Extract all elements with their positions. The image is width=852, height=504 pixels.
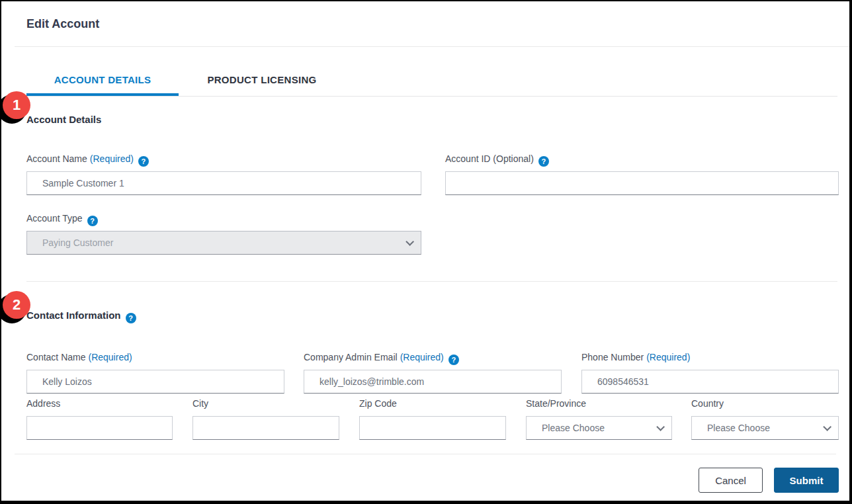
contact-name-label: Contact Name(Required) [26,352,132,362]
section-heading-account-details: Account Details [26,114,101,125]
account-name-label: Account Name(Required)? [26,153,149,167]
state-province-selected-value: Please Choose [542,423,605,433]
phone-number-label: Phone Number(Required) [581,352,690,362]
zip-code-input[interactable] [359,416,506,440]
required-indicator: (Required) [646,352,690,362]
tab-bar: ACCOUNT DETAILS PRODUCT LICENSING [26,63,837,97]
required-indicator: (Required) [88,352,132,362]
submit-button[interactable]: Submit [774,468,839,493]
city-label: City [192,398,208,409]
required-indicator: (Required) [90,153,134,164]
account-type-selected-value: Paying Customer [42,237,113,248]
account-id-label: Account ID (Optional)? [445,153,549,167]
state-province-select[interactable]: Please Choose [526,416,672,440]
tab-product-licensing[interactable]: PRODUCT LICENSING [179,63,345,96]
account-type-label: Account Type? [26,213,98,226]
step-1-badge: 1 [3,91,30,119]
chevron-down-icon [405,237,414,246]
account-type-help-icon[interactable]: ? [87,216,98,226]
company-admin-email-label: Company Admin Email(Required)? [304,352,459,365]
country-label: Country [691,398,724,409]
step-2-badge: 2 [3,291,30,319]
cancel-button[interactable]: Cancel [699,468,763,493]
account-name-help-icon[interactable]: ? [138,156,149,167]
edit-account-modal: Edit Account ACCOUNT DETAILS PRODUCT LIC… [0,0,852,504]
chevron-down-icon [656,423,665,431]
section-divider [26,281,837,282]
company-admin-email-input[interactable] [304,370,562,394]
city-input[interactable] [192,416,339,440]
tab-account-details[interactable]: ACCOUNT DETAILS [26,63,179,96]
account-type-select[interactable]: Paying Customer [26,231,421,255]
state-province-label: State/Province [526,398,586,409]
contact-information-help-icon[interactable]: ? [126,313,136,323]
country-select[interactable]: Please Choose [691,416,839,440]
address-input[interactable] [26,416,173,440]
required-indicator: (Required) [400,352,444,362]
contact-name-input[interactable] [26,370,284,394]
zip-code-label: Zip Code [359,398,397,409]
address-label: Address [26,398,60,409]
chevron-down-icon [823,423,831,431]
footer-divider [15,454,836,454]
section-heading-contact-information: Contact Information? [26,310,136,323]
account-id-input[interactable] [445,171,839,195]
phone-number-input[interactable] [581,370,839,394]
account-name-input[interactable] [26,171,421,195]
page-title: Edit Account [26,17,99,31]
company-admin-email-help-icon[interactable]: ? [448,355,459,365]
country-selected-value: Please Choose [707,423,770,433]
account-id-help-icon[interactable]: ? [538,156,549,167]
header-divider [15,46,849,47]
